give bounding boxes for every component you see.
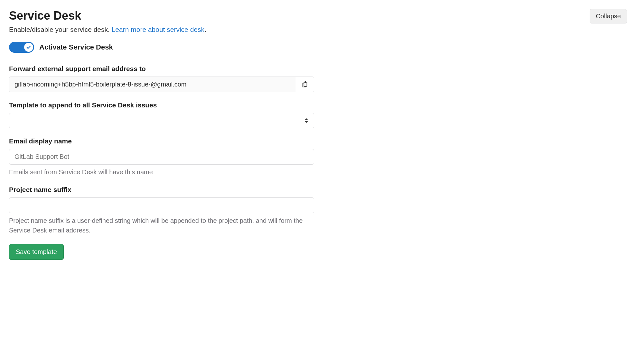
clipboard-icon xyxy=(302,81,309,88)
page-subtitle: Enable/disable your service desk. Learn … xyxy=(9,26,206,33)
svg-rect-1 xyxy=(305,81,306,83)
template-label: Template to append to all Service Desk i… xyxy=(9,101,314,109)
display-name-help: Emails sent from Service Desk will have … xyxy=(9,167,314,177)
activate-toggle-label: Activate Service Desk xyxy=(39,43,113,51)
project-suffix-help: Project name suffix is a user-defined st… xyxy=(9,216,314,235)
save-template-button[interactable]: Save template xyxy=(9,244,64,260)
copy-email-button[interactable] xyxy=(296,77,314,92)
project-suffix-label: Project name suffix xyxy=(9,186,314,194)
collapse-button[interactable]: Collapse xyxy=(590,9,627,23)
subtitle-suffix: . xyxy=(204,26,206,33)
forward-email-input[interactable] xyxy=(9,77,296,92)
template-select[interactable] xyxy=(9,113,314,128)
project-suffix-input[interactable] xyxy=(9,197,314,213)
display-name-input[interactable] xyxy=(9,149,314,165)
page-title: Service Desk xyxy=(9,9,206,23)
display-name-label: Email display name xyxy=(9,137,314,145)
subtitle-text: Enable/disable your service desk. xyxy=(9,26,112,33)
forward-email-label: Forward external support email address t… xyxy=(9,65,314,73)
check-icon xyxy=(26,45,31,50)
toggle-knob xyxy=(24,43,33,52)
learn-more-link[interactable]: Learn more about service desk xyxy=(112,26,204,33)
activate-toggle[interactable] xyxy=(9,42,34,53)
